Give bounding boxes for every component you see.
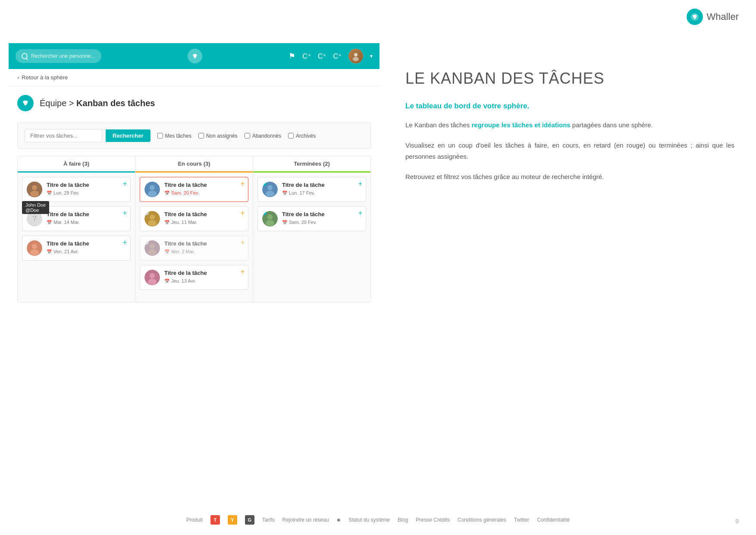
filter-input[interactable] [25,129,102,142]
card-avatar-1 [27,182,42,197]
user-avatar[interactable] [348,49,363,63]
todo-card-3[interactable]: Titre de la tâche 📅 Ven. 21 Avr. + [22,236,131,261]
card-add-1[interactable]: + [123,180,127,188]
nav-icons: ⚑ C⁺ C⁺ C⁺ ▾ [289,49,373,63]
done-card-1[interactable]: Titre de la tâche 📅 Lun. 17 Fev. + [257,177,366,202]
card-add-6[interactable]: + [241,239,245,246]
card-add-9[interactable]: + [358,209,362,217]
card-content-5: Titre de la tâche 📅 Jeu. 11 Mar. [164,211,244,225]
col-header-inprogress: En cours (3) [135,156,253,173]
svg-point-2 [353,57,359,61]
card-avatar-3 [27,240,42,256]
svg-point-11 [148,191,157,197]
footer-confidentialite[interactable]: Confidentialité [537,517,570,523]
card-content-3: Titre de la tâche 📅 Ven. 21 Avr. [47,240,126,254]
svg-point-1 [354,53,358,57]
card-content-6: Titre de la tâche 📅 Mer. 2 Mar. [164,240,244,254]
filter-mes-taches[interactable]: Mes tâches [157,133,191,139]
card-avatar-8 [262,182,278,197]
footer-produit: Produit [186,517,203,523]
abandonnes-checkbox[interactable] [245,133,250,138]
svg-point-22 [267,185,273,190]
non-assignes-checkbox[interactable] [198,133,204,138]
done-card-2[interactable]: Titre de la tâche 📅 Sam. 20 Fev. + [257,206,366,231]
card-add-4[interactable]: + [241,180,245,188]
footer-logo-t: T [210,515,220,525]
filter-non-assignes[interactable]: Non assignés [198,133,238,139]
card-tooltip-1: John Doe@Doe [22,201,49,214]
filter-abandonnes[interactable]: Abandonnés [245,133,281,139]
calendar-icon-8: 📅 [282,191,287,195]
done-cards: Titre de la tâche 📅 Lun. 17 Fev. + [253,173,370,302]
card-add-3[interactable]: + [123,239,127,246]
footer-conditions[interactable]: Conditions générales [458,517,506,523]
settings-icon[interactable]: C⁺ [333,52,342,60]
footer-presse[interactable]: Presse Crédits [416,517,450,523]
card-avatar-5 [144,211,160,227]
card-avatar-9 [262,211,278,227]
calendar-icon: 📅 [47,191,52,195]
filter-input-group: Rechercher [25,129,151,142]
archives-checkbox[interactable] [288,133,294,138]
inprogress-card-3[interactable]: Titre de la tâche 📅 Mer. 2 Mar. + [140,236,248,261]
mes-taches-checkbox[interactable] [157,133,163,138]
svg-point-14 [148,220,157,226]
footer-twitter[interactable]: Twitter [514,517,529,523]
footer-rejoindre[interactable]: Rejoindre un réseau [282,517,329,523]
svg-point-7 [32,244,37,249]
breadcrumb-arrow: ‹ [17,74,19,81]
calendar-icon-6: 📅 [164,249,169,254]
footer-status-dot: ● [337,516,341,524]
breadcrumb[interactable]: ‹ Retour à la sphère [9,69,380,86]
nav-bar: Rechercher une personne... ⚑ C⁺ C⁺ C⁺ [9,43,380,69]
footer-tarifs[interactable]: Tarifs [262,517,275,523]
page-header: Équipe > Kanban des tâches [9,86,380,116]
todo-card-1[interactable]: Titre de la tâche 📅 Lun. 29 Fev. + [22,177,131,202]
nav-center [107,49,284,63]
filter-bar: Rechercher Mes tâches Non assignés Aband… [17,123,371,149]
brand-logo [687,9,703,25]
desc-para-1: Le Kanban des tâches regroupe les tâches… [405,120,734,131]
card-content-7: Titre de la tâche 📅 Jeu. 13 Avr. [164,270,244,283]
footer-logo-g: G [245,515,254,525]
card-content-9: Titre de la tâche 📅 Sam. 20 Fev. [282,211,361,225]
svg-point-17 [148,249,157,255]
card-add-5[interactable]: + [241,209,245,217]
app-panel: Rechercher une personne... ⚑ C⁺ C⁺ C⁺ [9,43,380,518]
breadcrumb-text: Retour à la sphère [22,74,68,81]
col-header-done: Terminées (2) [253,156,370,173]
filter-archives[interactable]: Archivés [288,133,316,139]
col-header-todo: À faire (3) [18,156,135,173]
page-number: 9 [735,518,739,525]
inprogress-card-1[interactable]: Titre de la tâche 📅 Sam. 20 Fev. + [140,177,248,202]
card-add-8[interactable]: + [358,180,362,188]
filter-checkboxes: Mes tâches Non assignés Abandonnés Archi… [157,133,316,139]
add-person-icon[interactable]: C⁺ [302,52,311,60]
kanban-col-inprogress: En cours (3) T [135,156,253,302]
calendar-icon-2: 📅 [47,220,52,225]
add-group-icon[interactable]: C⁺ [318,52,326,60]
footer-statut[interactable]: Statut du système [348,517,390,523]
todo-card-1-wrapper: Titre de la tâche 📅 Lun. 29 Fev. + John … [22,177,131,202]
search-icon [22,53,28,59]
card-content-8: Titre de la tâche 📅 Lun. 17 Fev. [282,182,361,195]
team-logo [17,95,34,111]
search-button[interactable]: Rechercher [106,129,151,142]
inprogress-card-4[interactable]: Titre de la tâche 📅 Jeu. 13 Avr. + [140,265,248,290]
svg-point-16 [150,244,155,249]
kanban-col-todo: À faire (3) [18,156,135,302]
nav-search-text: Rechercher une personne... [31,53,95,59]
inprogress-card-2[interactable]: Titre de la tâche 📅 Jeu. 11 Mar. + [140,206,248,231]
svg-point-19 [150,273,155,278]
card-add-2[interactable]: + [123,209,127,217]
flag-icon[interactable]: ⚑ [289,51,295,61]
svg-point-26 [266,220,274,226]
description-panel: LE KANBAN DES TÂCHES Le tableau de bord … [380,43,756,518]
svg-point-10 [150,185,155,190]
nav-search-box[interactable]: Rechercher une personne... [16,49,101,63]
svg-point-13 [150,214,155,220]
card-content-1: Titre de la tâche 📅 Lun. 29 Fev. [47,182,126,195]
footer-blog[interactable]: Blog [398,517,408,523]
card-add-7[interactable]: + [241,268,245,276]
avatar-dropdown[interactable]: ▾ [370,53,373,59]
